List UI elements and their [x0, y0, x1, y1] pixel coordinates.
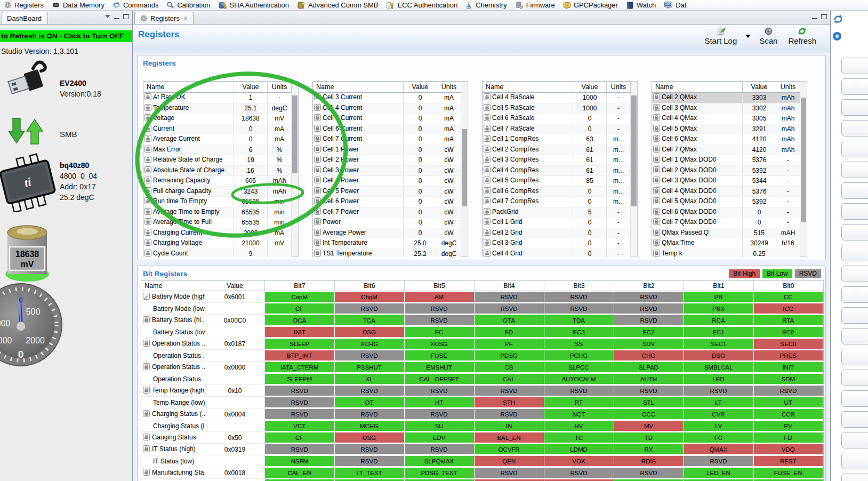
lock-icon[interactable]: [484, 208, 491, 217]
lock-icon[interactable]: [653, 177, 660, 185]
table-row[interactable]: Cell 3 QMax3302mAh: [652, 103, 800, 114]
lock-icon[interactable]: [144, 218, 151, 227]
lock-icon[interactable]: [143, 363, 150, 372]
lock-icon[interactable]: [144, 156, 151, 164]
lock-icon[interactable]: [143, 410, 150, 419]
lock-icon[interactable]: [143, 434, 150, 442]
scrollbar-thumb[interactable]: [631, 95, 637, 206]
lock-icon[interactable]: [653, 208, 660, 217]
scan-button[interactable]: Scan: [755, 27, 782, 45]
lock-icon[interactable]: [144, 187, 151, 196]
bit-register-row[interactable]: Operation Status ...SLEEPMXLCAL_OFFSETCA…: [141, 373, 824, 385]
table-row[interactable]: Charging Voltage21000mV: [143, 238, 292, 249]
lock-icon[interactable]: [144, 93, 151, 102]
table-row[interactable]: Power0cW: [313, 218, 461, 228]
lock-icon[interactable]: [143, 469, 150, 477]
lock-icon[interactable]: [484, 166, 491, 175]
bit-register-row[interactable]: Manufacturing Sta...BBR_ENPF_ENLF_ENFET_…: [141, 479, 824, 481]
table-row[interactable]: Cycle Count9: [143, 248, 292, 257]
table-row[interactable]: Cell 5 Power0cW: [313, 186, 461, 197]
table-row[interactable]: Cell 5 RaScale1000-: [483, 103, 631, 114]
lock-icon[interactable]: [484, 114, 491, 123]
table-row[interactable]: Cell 6 Power0cW: [313, 197, 461, 207]
auto-refresh-banner[interactable]: to Refresh is ON - Click to Turn OFF: [0, 30, 132, 42]
tab-dashboard[interactable]: DashBoard: [2, 12, 48, 24]
table-row[interactable]: Temp k0.25: [652, 248, 800, 257]
lock-icon[interactable]: [314, 177, 321, 185]
table-row[interactable]: Current0mA: [143, 124, 292, 134]
lock-icon[interactable]: [314, 156, 321, 164]
table-row[interactable]: Cell 4 RaScale1000-: [483, 93, 631, 103]
table-row[interactable]: Cell 3 Current0mA: [313, 93, 461, 103]
toolbar-item-firmware[interactable]: Firmware: [512, 1, 560, 10]
toolbar-item-sha-authentication[interactable]: SHA Authentication: [216, 1, 294, 10]
table-row[interactable]: Cell 2 Power0cW: [313, 155, 461, 166]
table-row[interactable]: At Rate OK1-: [143, 93, 292, 103]
table-row[interactable]: Cell 7 QMax DOD00-: [652, 218, 800, 228]
lock-icon[interactable]: [314, 197, 321, 206]
command-button-edge[interactable]: [841, 58, 868, 74]
command-button-edge[interactable]: [841, 182, 868, 199]
toolbar-item-ecc-authentication[interactable]: ECC Authentication: [383, 1, 463, 10]
table-row[interactable]: Temperature25.1degC: [143, 103, 292, 114]
bit-register-row[interactable]: IT Status (high)0x0319RSVDRSVDRSVDOCVFRL…: [141, 444, 824, 455]
table-row[interactable]: Cell 6 QMax DOD00-: [652, 207, 800, 218]
minimize-icon[interactable]: [812, 14, 817, 19]
table-row[interactable]: Cell 7 Power0cW: [313, 207, 461, 218]
bit-register-row[interactable]: Battery Status (hi...0x00C0OCATCARSVDOTA…: [141, 315, 824, 326]
bit-register-row[interactable]: Manufacturing Sta...0x0018CAL_ENLT_TESTP…: [141, 467, 824, 479]
table-row[interactable]: Cell 7 QMax4120mAh: [652, 145, 800, 155]
command-button-edge[interactable]: [841, 390, 868, 407]
lock-icon[interactable]: [144, 250, 151, 257]
lock-icon[interactable]: [314, 146, 321, 154]
table-row[interactable]: Average Power0cW: [313, 228, 461, 238]
lock-icon[interactable]: [144, 177, 151, 185]
table-row[interactable]: Cell 4 Grid0-: [483, 248, 631, 257]
table-row[interactable]: Cell 3 CompRes61m...: [483, 155, 631, 166]
toolbar-item-calibration[interactable]: Calibration: [164, 1, 215, 10]
lock-icon[interactable]: [484, 93, 491, 102]
table-row[interactable]: Average Current0mA: [143, 134, 292, 145]
lock-icon[interactable]: [144, 135, 151, 143]
lock-icon[interactable]: [484, 104, 491, 113]
table-row[interactable]: Cell 6 Current0mA: [313, 124, 461, 134]
lock-icon[interactable]: [314, 250, 321, 257]
bit-register-row[interactable]: Battery Mode (low)CFRSVDRSVDRSVDRSVDRSVD…: [141, 303, 824, 315]
lock-icon[interactable]: [653, 229, 660, 237]
maximize-icon[interactable]: [123, 14, 129, 19]
lock-icon[interactable]: [144, 197, 151, 206]
lock-icon[interactable]: [484, 125, 491, 133]
table-row[interactable]: Cell 6 CompRes0m...: [483, 186, 631, 197]
scrollbar-thumb[interactable]: [292, 95, 298, 173]
lock-icon[interactable]: [144, 146, 151, 154]
lock-icon[interactable]: [143, 340, 150, 348]
log-dropdown-caret-icon[interactable]: [745, 35, 751, 38]
command-button-edge[interactable]: [841, 78, 868, 95]
lock-icon[interactable]: [653, 125, 660, 133]
maximize-icon[interactable]: [821, 14, 827, 19]
command-button-edge[interactable]: [841, 328, 868, 344]
lock-icon[interactable]: [484, 146, 491, 154]
table-row[interactable]: Int Temperature25.0degC: [313, 238, 461, 249]
lock-icon[interactable]: [484, 250, 491, 257]
bit-register-row[interactable]: Gauging Status0x50CFDSGEDVBAL_ENTCTDFCFD: [141, 432, 824, 444]
lock-icon[interactable]: [653, 197, 660, 206]
lock-icon[interactable]: [144, 114, 151, 123]
toolbar-item-registers[interactable]: Registers: [1, 1, 49, 10]
table-row[interactable]: Cell 3 Grid0-: [483, 238, 631, 249]
table-row[interactable]: Cell 1 Grid0-: [483, 218, 631, 228]
lock-icon[interactable]: [314, 125, 321, 133]
lock-icon[interactable]: [653, 114, 660, 123]
bit-register-row[interactable]: Battery Status (low)INITDSGFCFDEC3EC2EC1…: [141, 326, 824, 338]
table-row[interactable]: Cell 4 Current0mA: [313, 103, 461, 114]
command-button-edge[interactable]: [841, 224, 868, 240]
edit-icon[interactable]: [143, 293, 150, 301]
bit-register-row[interactable]: Charging Status (l...VCTMCHGSUINHVMVLVPV: [141, 420, 824, 432]
start-log-button[interactable]: Start Log: [700, 27, 741, 45]
lock-icon[interactable]: [653, 218, 660, 227]
table-row[interactable]: Average Time to Full65535min: [143, 218, 292, 228]
close-icon[interactable]: ×: [183, 15, 187, 22]
scrollbar-thumb[interactable]: [801, 98, 806, 222]
toolbar-item-chemistry[interactable]: Chemistry: [463, 1, 512, 10]
table-row[interactable]: Cell 4 QMax DOD05376-: [652, 186, 800, 197]
